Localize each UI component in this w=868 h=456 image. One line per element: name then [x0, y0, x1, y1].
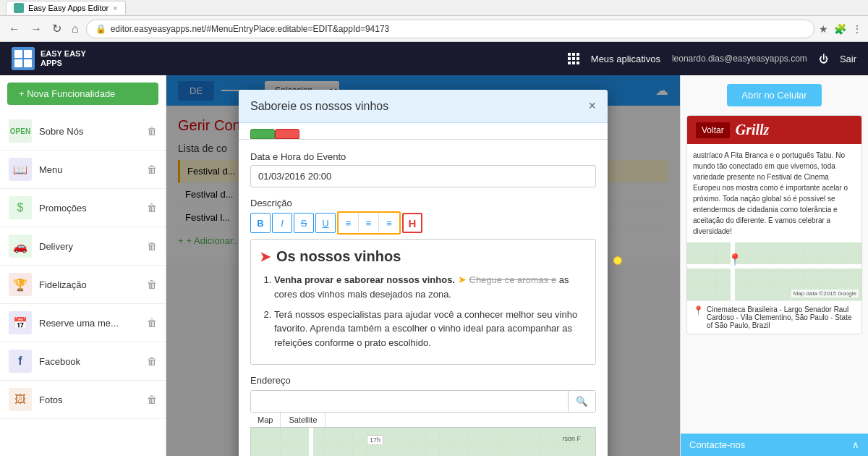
menu-icon[interactable]: ⋮: [852, 23, 862, 35]
editor-text-strike: Chegue ce aromas e: [469, 274, 557, 285]
delete-icon-sobre-nos[interactable]: 🗑: [147, 125, 157, 137]
browser-titlebar: Easy Easy Apps Editor ×: [0, 0, 868, 16]
delete-icon-fotos[interactable]: 🗑: [147, 394, 157, 405]
sidebar: + Nova Funcionalidade OPEN Sobre Nós 🗑 📖…: [0, 75, 166, 456]
editor-toolbar: B I S U ≡ ≡ ≡ H: [250, 211, 596, 235]
new-feature-btn[interactable]: + Nova Funcionalidade: [7, 83, 158, 105]
map-label-rson: rson F: [562, 435, 581, 442]
delivery-icon: 🚗: [9, 235, 32, 258]
strikethrough-btn[interactable]: S: [294, 213, 314, 233]
delete-icon-promocoes[interactable]: 🗑: [147, 202, 157, 214]
location-pin-icon: 📍: [693, 305, 704, 316]
editor-list-item-1: Venha provar e saborear nossos vinhos. ➤…: [274, 272, 587, 302]
sidebar-item-sobre-nos[interactable]: OPEN Sobre Nós 🗑: [0, 112, 166, 151]
exit-icon: ⏻: [819, 54, 828, 64]
nav-refresh-btn[interactable]: ↻: [49, 20, 64, 37]
align-left-btn[interactable]: ≡: [339, 213, 359, 233]
apps-grid-icon[interactable]: [568, 53, 579, 64]
tab-favicon: [14, 3, 24, 13]
nav-icons: ★ 🧩 ⋮: [819, 23, 862, 35]
browser-tab[interactable]: Easy Easy Apps Editor ×: [6, 1, 126, 14]
date-label: Data e Hora do Evento: [250, 151, 596, 162]
sidebar-item-menu[interactable]: 📖 Menu 🗑: [0, 151, 166, 189]
tab-close-btn[interactable]: ×: [113, 4, 117, 12]
card-back-btn[interactable]: Voltar: [696, 122, 730, 138]
underline-btn[interactable]: U: [315, 213, 336, 233]
sidebar-item-promocoes[interactable]: $ Promoções 🗑: [0, 189, 166, 227]
sidebar-label-promocoes: Promoções: [39, 203, 140, 214]
card-logo: Grillz: [736, 122, 770, 138]
sidebar-label-sobre-nos: Sobre Nós: [39, 126, 140, 137]
sidebar-item-fotos[interactable]: 🖼 Fotos 🗑: [0, 381, 166, 419]
address-input[interactable]: [251, 391, 568, 412]
heading-btn[interactable]: H: [402, 213, 422, 233]
sidebar-label-facebook: Facebook: [39, 356, 140, 367]
align-center-btn[interactable]: ≡: [359, 213, 379, 233]
editor-text-normal: Venha provar e saborear nossos vinhos.: [274, 274, 455, 285]
editor-list-item-2: Terá nossos especialistas para ajudar vo…: [274, 308, 587, 350]
alignment-group: ≡ ≡ ≡: [337, 211, 401, 235]
sidebar-item-fidelizacao[interactable]: 🏆 Fidelização 🗑: [0, 266, 166, 304]
sidebar-item-facebook[interactable]: f Facebook 🗑: [0, 342, 166, 381]
delete-icon-menu[interactable]: 🗑: [147, 164, 157, 175]
address-input-wrap: 🔍: [250, 390, 596, 413]
modal-overlay: Saboreie os nossos vinhos × Data e Hora …: [166, 75, 680, 456]
tab-title: Easy Easy Apps Editor: [28, 4, 109, 12]
bookmark-icon[interactable]: ★: [819, 23, 828, 35]
editor-list: Venha provar e saborear nossos vinhos. ➤…: [260, 272, 587, 350]
nav-home-btn[interactable]: ⌂: [69, 21, 82, 37]
logo-icon: [12, 47, 35, 70]
address-bar[interactable]: 🔒 editor.easyeasyapps.net/#MenuEntryPlac…: [86, 20, 814, 38]
card-body-text: austríaco A Fita Branca e o português Ta…: [687, 144, 861, 242]
book-icon: 📖: [9, 158, 32, 181]
delete-icon-reserve[interactable]: 🗑: [147, 317, 157, 329]
modal-tab-inactive[interactable]: [275, 129, 299, 139]
my-apps-label[interactable]: Meus aplicativos: [591, 54, 660, 64]
date-input[interactable]: [250, 165, 596, 187]
card-header: Voltar Grillz: [687, 116, 861, 144]
modal-body: Data e Hora do Evento Descrição B I S U: [239, 140, 608, 456]
nav-forward-btn[interactable]: →: [27, 21, 45, 37]
map-tabs: Map Satellite: [250, 413, 596, 428]
lock-icon: 🔒: [95, 24, 106, 34]
italic-btn[interactable]: I: [272, 213, 292, 233]
modal-close-btn[interactable]: ×: [588, 98, 596, 114]
user-email: leonardo.dias@easyeasyapps.com: [672, 54, 807, 64]
sidebar-label-delivery: Delivery: [39, 241, 140, 252]
modal-title: Saboreie os nossos vinhos: [250, 100, 388, 113]
nav-back-btn[interactable]: ←: [6, 21, 23, 37]
editor-content-area[interactable]: ➤ Os nossos vinhos Venha provar e sabore…: [250, 239, 596, 365]
extensions-icon[interactable]: 🧩: [834, 23, 846, 35]
map-attribution: Map data ©2015 Google: [791, 290, 859, 297]
open-mobile-btn[interactable]: Abrir no Celular: [727, 84, 821, 106]
map-tab-map[interactable]: Map: [250, 413, 281, 427]
delete-icon-fidelizacao[interactable]: 🗑: [147, 279, 157, 290]
sidebar-label-fidelizacao: Fidelização: [39, 279, 140, 290]
delete-icon-facebook[interactable]: 🗑: [147, 355, 157, 367]
logo-text: EASY EASY APPS: [41, 49, 86, 68]
sidebar-item-delivery[interactable]: 🚗 Delivery 🗑: [0, 227, 166, 266]
right-panel: Abrir no Celular Voltar Grillz austríaco…: [680, 75, 868, 456]
fidelity-icon: 🏆: [9, 273, 32, 296]
browser-navbar: ← → ↻ ⌂ 🔒 editor.easyeasyapps.net/#MenuE…: [0, 16, 868, 42]
contactenos-label: Contacte-nos: [689, 439, 745, 450]
map-pin-icon: 📍: [728, 253, 742, 266]
modal-tab-active[interactable]: [250, 129, 275, 139]
right-panel-map: 📍 Map data ©2015 Google: [687, 242, 861, 300]
map-tab-satellite[interactable]: Satellite: [281, 413, 325, 427]
sidebar-item-reserve[interactable]: 📅 Reserve uma me... 🗑: [0, 304, 166, 342]
description-label: Descrição: [250, 198, 596, 208]
modal-tabs: [239, 123, 608, 140]
exit-btn[interactable]: Sair: [840, 54, 856, 64]
app-header: EASY EASY APPS Meus aplicativos leonardo…: [0, 42, 868, 75]
delete-icon-delivery[interactable]: 🗑: [147, 240, 157, 252]
description-form-group: Descrição B I S U ≡ ≡ ≡: [250, 198, 596, 365]
bold-btn[interactable]: B: [250, 213, 271, 233]
arrow-right-icon: ➤: [260, 249, 271, 265]
map-embed: 17h rson F: [250, 428, 596, 456]
chevron-up-icon: ∧: [852, 439, 859, 450]
contactenos-bar[interactable]: Contacte-nos ∧: [681, 434, 868, 456]
photos-icon: 🖼: [9, 388, 32, 411]
address-search-btn[interactable]: 🔍: [568, 391, 595, 412]
align-right-btn[interactable]: ≡: [379, 213, 399, 233]
